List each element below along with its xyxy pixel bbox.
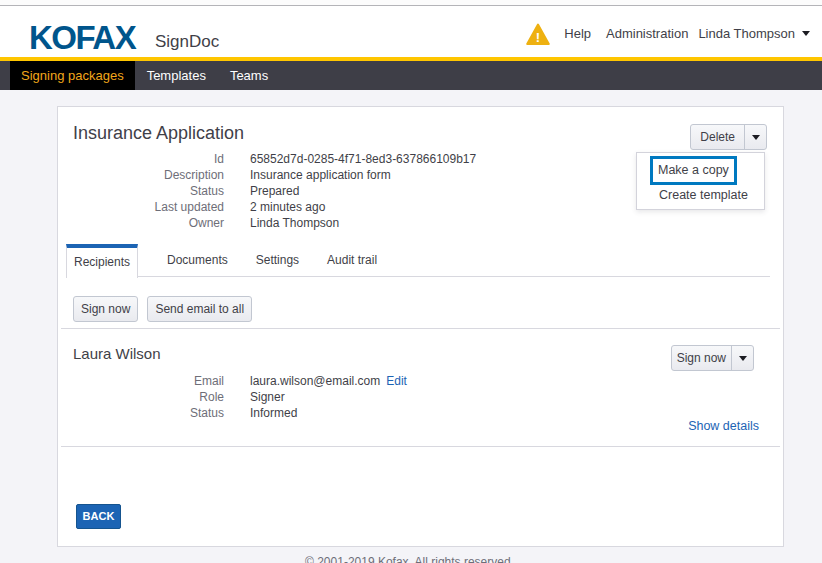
detail-value-email: laura.wilson@email.com: [250, 373, 380, 389]
detail-value-recipient-status: Informed: [250, 405, 297, 421]
detail-value-id: 65852d7d-0285-4f71-8ed3-637866109b17: [250, 151, 476, 167]
detail-value-status: Prepared: [250, 183, 299, 199]
nav-tab-signing-packages[interactable]: Signing packages: [10, 61, 135, 90]
menu-item-create-template[interactable]: Create template: [659, 188, 764, 202]
detail-label-last-updated: Last updated: [73, 199, 224, 215]
user-name: Linda Thompson: [698, 26, 795, 41]
recipient-sign-split-button: Sign now: [671, 345, 754, 371]
main-nav: Signing packages Templates Teams: [0, 61, 822, 90]
svg-text:!: !: [536, 30, 540, 45]
tab-settings[interactable]: Settings: [244, 245, 311, 277]
detail-label-owner: Owner: [73, 215, 224, 231]
detail-label-id: Id: [73, 151, 224, 167]
recipient-details: Email laura.wilson@email.com Edit RoleSi…: [73, 373, 768, 421]
recipient-sign-dropdown-toggle[interactable]: [731, 346, 753, 370]
recipient-sign-now-button[interactable]: Sign now: [672, 346, 731, 370]
recipient-name: Laura Wilson: [73, 346, 768, 362]
back-button[interactable]: BACK: [76, 504, 121, 529]
detail-value-description: Insurance application form: [250, 167, 391, 183]
detail-value-owner: Linda Thompson: [250, 215, 339, 231]
help-link[interactable]: Help: [564, 26, 591, 41]
sign-now-button[interactable]: Sign now: [73, 296, 138, 322]
warning-icon[interactable]: !: [526, 23, 550, 46]
footer-copyright: © 2001-2019 Kofax. All rights reserved.: [46, 555, 773, 563]
menu-item-make-a-copy[interactable]: Make a copy: [650, 156, 737, 185]
app-header: KOFAX SignDoc ! Help Administration Lind…: [0, 6, 822, 57]
nav-tab-teams[interactable]: Teams: [218, 61, 280, 90]
chevron-down-icon: [802, 31, 810, 36]
detail-label-email: Email: [73, 373, 224, 389]
signing-package-card: Insurance Application Delete Make a copy…: [57, 106, 784, 547]
detail-label-role: Role: [73, 389, 224, 405]
user-menu[interactable]: Linda Thompson: [698, 26, 810, 41]
product-name: SignDoc: [155, 32, 219, 52]
send-email-to-all-button[interactable]: Send email to all: [147, 296, 252, 322]
caret-down-icon: [752, 135, 760, 140]
delete-dropdown-toggle[interactable]: [744, 125, 766, 149]
tab-documents[interactable]: Documents: [155, 245, 240, 277]
package-title: Insurance Application: [73, 123, 768, 143]
caret-down-icon: [739, 356, 747, 361]
administration-link[interactable]: Administration: [606, 26, 688, 41]
kofax-logo: KOFAX: [29, 23, 135, 53]
detail-label-status: Status: [73, 183, 224, 199]
detail-label-recipient-status: Status: [73, 405, 224, 421]
show-details-link[interactable]: Show details: [688, 419, 759, 433]
tab-audit-trail[interactable]: Audit trail: [315, 245, 389, 277]
detail-value-role: Signer: [250, 389, 285, 405]
detail-value-last-updated: 2 minutes ago: [250, 199, 325, 215]
delete-split-button: Delete: [690, 124, 767, 150]
tab-recipients[interactable]: Recipients: [66, 244, 138, 278]
detail-label-description: Description: [73, 167, 224, 183]
package-tabs: Recipients Documents Settings Audit trai…: [66, 244, 770, 277]
edit-email-link[interactable]: Edit: [386, 373, 407, 389]
delete-dropdown-menu: Make a copy Create template: [636, 152, 765, 210]
recipient-actions: Sign now Send email to all: [73, 296, 768, 322]
delete-button[interactable]: Delete: [691, 125, 744, 149]
nav-tab-templates[interactable]: Templates: [135, 61, 218, 90]
recipient-row: Laura Wilson Sign now Email laura.wilson…: [61, 328, 780, 447]
